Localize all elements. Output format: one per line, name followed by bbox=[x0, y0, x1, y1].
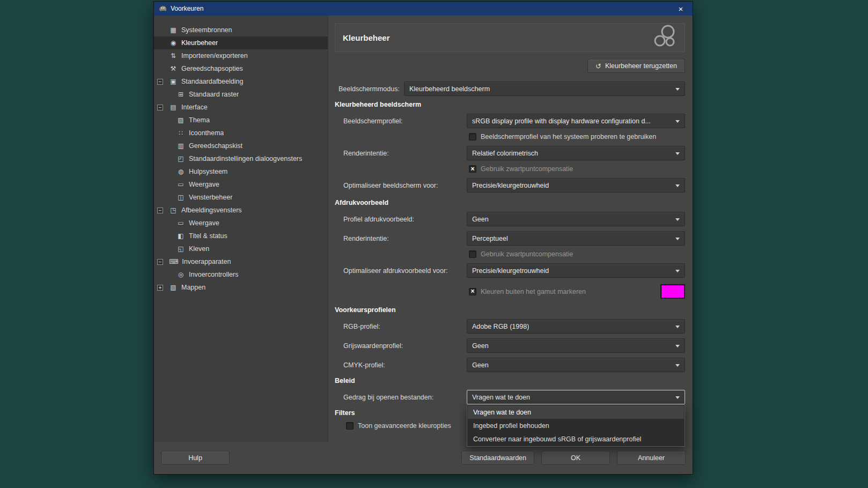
row-rgb-profile: RGB-profiel: Adobe RGB (1998) bbox=[335, 319, 685, 334]
rgb-profile-select[interactable]: Adobe RGB (1998) bbox=[467, 319, 685, 334]
softproof-optimize-value: Precisie/kleurgetrouwheid bbox=[472, 267, 549, 275]
cmyk-profile-select[interactable]: Geen bbox=[467, 358, 685, 372]
dropdown-option-convert-srgb[interactable]: Converteer naar ingebouwd sRGB of grijsw… bbox=[468, 432, 684, 446]
collapse-icon[interactable]: − bbox=[157, 79, 163, 85]
display-optimize-select[interactable]: Precisie/kleurgetrouwheid bbox=[467, 178, 685, 193]
gamut-warning-checkbox[interactable]: × bbox=[469, 288, 476, 295]
sidebar-item-icoonthema[interactable]: ∷ Icoonthema bbox=[154, 127, 328, 139]
dropdown-option-keep-embedded[interactable]: Ingebed profiel behouden bbox=[468, 419, 684, 432]
defaults-button[interactable]: Standaardwaarden bbox=[461, 451, 534, 465]
gimp-wilber-icon bbox=[158, 4, 167, 13]
row-gray-profile: Grijswaardenprofiel: Geen bbox=[335, 338, 685, 353]
row-display-bpc: × Gebruik zwartpuntcompensatie bbox=[335, 165, 685, 173]
sidebar-item-systeembronnen[interactable]: ▦ Systeembronnen bbox=[154, 24, 328, 36]
gray-profile-label: Grijswaardenprofiel: bbox=[335, 342, 467, 350]
sidebar-item-weergave-interface[interactable]: ▭ Weergave bbox=[154, 178, 328, 191]
help-button[interactable]: Hulp bbox=[161, 451, 230, 465]
sidebar-item-label: Afbeeldingsvensters bbox=[181, 206, 242, 214]
sidebar-item-label: Vensterbeheer bbox=[189, 194, 232, 201]
collapse-icon[interactable]: − bbox=[157, 259, 163, 265]
expander-cell: − bbox=[157, 259, 169, 265]
sidebar-item-label: Standaard raster bbox=[189, 91, 239, 98]
sidebar-item-mappen[interactable]: + ▧ Mappen bbox=[154, 281, 328, 294]
sidebar-item-standaard-raster[interactable]: ⊞ Standaard raster bbox=[154, 88, 328, 101]
sidebar-item-label: Gereedschapsopties bbox=[181, 65, 243, 72]
sidebar-item-gereedschapsopties[interactable]: ⚒ Gereedschapsopties bbox=[154, 62, 328, 75]
window-management-icon: ◫ bbox=[176, 194, 185, 201]
sidebar-item-thema[interactable]: ▨ Thema bbox=[154, 114, 328, 127]
expander-cell: − bbox=[157, 208, 169, 213]
grid-icon: ⊞ bbox=[176, 91, 185, 98]
sidebar-item-kleven[interactable]: ◱ Kleven bbox=[154, 242, 328, 255]
close-icon[interactable]: × bbox=[669, 2, 693, 16]
sidebar-item-standaardinstellingen-dialoogvensters[interactable]: ◰ Standaardinstellingen dialoogvensters bbox=[154, 152, 328, 165]
input-controllers-icon: ◎ bbox=[176, 271, 185, 278]
chevron-down-icon bbox=[675, 396, 680, 399]
try-system-profile-checkbox[interactable] bbox=[469, 133, 476, 141]
gray-profile-select[interactable]: Geen bbox=[467, 338, 685, 353]
display-icon: ▭ bbox=[176, 181, 185, 188]
sidebar-item-invoercontrollers[interactable]: ◎ Invoercontrollers bbox=[154, 268, 328, 281]
softproof-optimize-select[interactable]: Precisie/kleurgetrouwheid bbox=[467, 263, 685, 278]
file-open-behaviour-value: Vragen wat te doen bbox=[472, 394, 530, 401]
sidebar-item-afbeeldingsvensters[interactable]: − ◳ Afbeeldingsvensters bbox=[154, 204, 328, 217]
toolbox-icon: ▥ bbox=[176, 142, 185, 150]
softproof-intent-select[interactable]: Perceptueel bbox=[467, 231, 685, 246]
advanced-color-options-checkbox[interactable] bbox=[346, 422, 354, 430]
display-profile-select[interactable]: sRGB display profile with display hardwa… bbox=[467, 114, 685, 128]
sidebar-item-weergave-afbeelding[interactable]: ▭ Weergave bbox=[154, 217, 328, 230]
color-management-page: Kleurbeheer ↺ Kleurbeheer terugzetten bbox=[328, 16, 693, 442]
sidebar-item-label: Weergave bbox=[189, 181, 219, 188]
page-title: Kleurbeheer bbox=[343, 33, 390, 42]
snapping-icon: ◱ bbox=[176, 245, 185, 253]
check-mark-icon: × bbox=[470, 166, 474, 172]
ok-button-label: OK bbox=[571, 454, 580, 462]
reset-button-label: Kleurbeheer terugzetten bbox=[605, 62, 677, 70]
sidebar-item-label: Standaardafbeelding bbox=[181, 78, 243, 85]
display-intent-select[interactable]: Relatief colorimetrisch bbox=[467, 146, 685, 160]
gamut-color-swatch[interactable] bbox=[660, 284, 685, 299]
sidebar-item-label: Interface bbox=[181, 103, 208, 111]
section-policy: Beleid bbox=[335, 377, 685, 385]
sidebar-item-standaardafbeelding[interactable]: − ▣ Standaardafbeelding bbox=[154, 75, 328, 88]
reset-icon: ↺ bbox=[595, 62, 601, 70]
advanced-color-options-label: Toon geavanceerde kleuropties bbox=[358, 422, 451, 430]
display-bpc-checkbox[interactable]: × bbox=[469, 165, 476, 173]
softproof-profile-select[interactable]: Geen bbox=[467, 212, 685, 226]
chevron-down-icon bbox=[675, 218, 680, 221]
display-mode-select[interactable]: Kleurbeheerd beeldscherm bbox=[404, 82, 685, 96]
row-softproof-optimize: Optimaliseer afdrukvoorbeeld voor: Preci… bbox=[335, 263, 685, 278]
page-header: Kleurbeheer bbox=[335, 23, 685, 52]
sidebar-item-interface[interactable]: − ▤ Interface bbox=[154, 101, 328, 114]
dropdown-option-ask[interactable]: Vragen wat te doen bbox=[468, 405, 684, 419]
display-profile-label: Beeldschermprofiel: bbox=[335, 117, 467, 125]
sidebar-item-invoerapparaten[interactable]: − ⌨ Invoerapparaten bbox=[154, 255, 328, 268]
display-mode-label: Beeldschermmodus: bbox=[335, 85, 404, 93]
sidebar-item-importeren-exporteren[interactable]: ⇅ Importeren/exporteren bbox=[154, 49, 328, 62]
dialog-footer: Hulp Standaardwaarden OK Annuleer bbox=[154, 442, 693, 474]
color-management-header-icon bbox=[652, 24, 677, 51]
row-try-system-profile: Beeldschermprofiel van het systeem probe… bbox=[335, 133, 685, 141]
expand-icon[interactable]: + bbox=[157, 285, 163, 291]
collapse-icon[interactable]: − bbox=[157, 105, 163, 110]
reset-color-management-button[interactable]: ↺ Kleurbeheer terugzetten bbox=[587, 59, 685, 73]
sidebar-item-hulpsysteem[interactable]: ◍ Hulpsysteem bbox=[154, 165, 328, 178]
input-devices-icon: ⌨ bbox=[169, 258, 178, 265]
titlebar: Voorkeuren × bbox=[154, 2, 693, 16]
cancel-button[interactable]: Annuleer bbox=[617, 451, 686, 465]
softproof-bpc-label: Gebruik zwartpuntcompensatie bbox=[481, 250, 573, 258]
sidebar-item-label: Titel & status bbox=[189, 232, 227, 240]
sidebar-item-kleurbeheer[interactable]: ◉ Kleurbeheer bbox=[154, 36, 328, 49]
defaults-button-label: Standaardwaarden bbox=[469, 454, 526, 462]
sidebar-item-titel-status[interactable]: ◧ Titel & status bbox=[154, 230, 328, 242]
file-open-behaviour-select[interactable]: Vragen wat te doen bbox=[467, 390, 685, 404]
sidebar-item-label: Mappen bbox=[181, 284, 205, 291]
collapse-icon[interactable]: − bbox=[157, 208, 163, 213]
preferences-dialog: Voorkeuren × ▦ Systeembronnen ◉ Kleurbeh… bbox=[154, 2, 693, 474]
ok-button[interactable]: OK bbox=[541, 451, 610, 465]
chevron-down-icon bbox=[675, 120, 680, 123]
sidebar-item-vensterbeheer[interactable]: ◫ Vensterbeheer bbox=[154, 191, 328, 204]
display-bpc-label: Gebruik zwartpuntcompensatie bbox=[481, 165, 573, 173]
softproof-bpc-checkbox[interactable] bbox=[469, 250, 476, 258]
sidebar-item-gereedschapskist[interactable]: ▥ Gereedschapskist bbox=[154, 139, 328, 152]
